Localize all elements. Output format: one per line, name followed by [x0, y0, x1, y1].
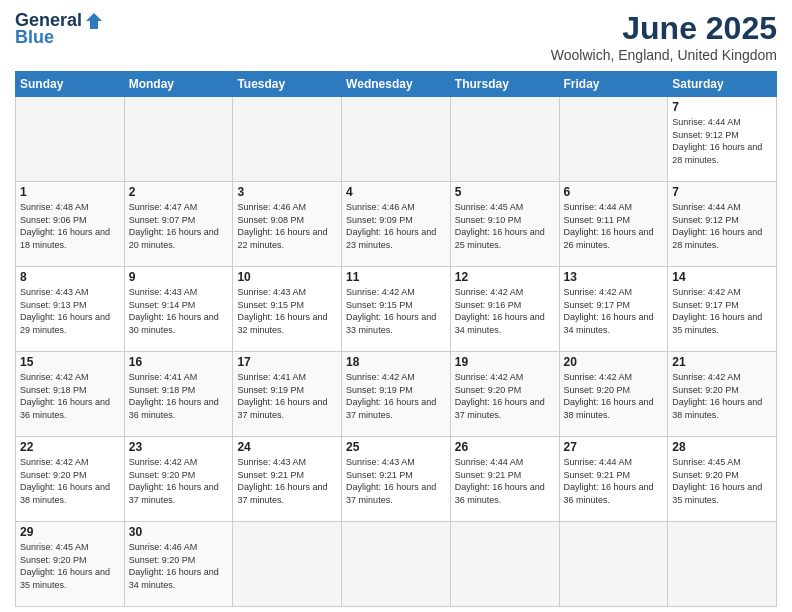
logo-icon: [84, 11, 104, 31]
empty-cell: [233, 522, 342, 607]
day-number: 15: [20, 355, 120, 369]
table-row: 21 Sunrise: 4:42 AMSunset: 9:20 PMDaylig…: [668, 352, 777, 437]
day-info: Sunrise: 4:42 AMSunset: 9:20 PMDaylight:…: [20, 456, 120, 506]
table-row: 1 Sunrise: 4:48 AMSunset: 9:06 PMDayligh…: [16, 182, 125, 267]
table-row: 4 Sunrise: 4:46 AMSunset: 9:09 PMDayligh…: [342, 182, 451, 267]
table-row: 1 Sunrise: 4:48 AMSunset: 9:06 PMDayligh…: [16, 182, 777, 267]
table-row: 13 Sunrise: 4:42 AMSunset: 9:17 PMDaylig…: [559, 267, 668, 352]
day-info: Sunrise: 4:44 AMSunset: 9:21 PMDaylight:…: [564, 456, 664, 506]
day-info: Sunrise: 4:42 AMSunset: 9:18 PMDaylight:…: [20, 371, 120, 421]
empty-cell: [559, 97, 668, 182]
day-number: 12: [455, 270, 555, 284]
month-title: June 2025: [551, 10, 777, 47]
table-row: 7 Sunrise: 4:44 AMSunset: 9:12 PMDayligh…: [16, 97, 777, 182]
table-row: 22 Sunrise: 4:42 AMSunset: 9:20 PMDaylig…: [16, 437, 777, 522]
day-number: 20: [564, 355, 664, 369]
logo: General Blue: [15, 10, 104, 48]
table-row: 18 Sunrise: 4:42 AMSunset: 9:19 PMDaylig…: [342, 352, 451, 437]
day-info: Sunrise: 4:42 AMSunset: 9:20 PMDaylight:…: [129, 456, 229, 506]
table-row: 15 Sunrise: 4:42 AMSunset: 9:18 PMDaylig…: [16, 352, 777, 437]
empty-cell: [342, 97, 451, 182]
day-number: 13: [564, 270, 664, 284]
day-info: Sunrise: 4:41 AMSunset: 9:19 PMDaylight:…: [237, 371, 337, 421]
table-row: 10 Sunrise: 4:43 AMSunset: 9:15 PMDaylig…: [233, 267, 342, 352]
day-number: 9: [129, 270, 229, 284]
day-number: 26: [455, 440, 555, 454]
day-number: 18: [346, 355, 446, 369]
table-row: 2 Sunrise: 4:47 AMSunset: 9:07 PMDayligh…: [124, 182, 233, 267]
table-row: 15 Sunrise: 4:42 AMSunset: 9:18 PMDaylig…: [16, 352, 125, 437]
table-row: 12 Sunrise: 4:42 AMSunset: 9:16 PMDaylig…: [450, 267, 559, 352]
day-info: Sunrise: 4:48 AMSunset: 9:06 PMDaylight:…: [20, 201, 120, 251]
day-number: 22: [20, 440, 120, 454]
day-number: 30: [129, 525, 229, 539]
table-row: 29 Sunrise: 4:45 AMSunset: 9:20 PMDaylig…: [16, 522, 125, 607]
day-info: Sunrise: 4:43 AMSunset: 9:13 PMDaylight:…: [20, 286, 120, 336]
day-number: 19: [455, 355, 555, 369]
table-row: 14 Sunrise: 4:42 AMSunset: 9:17 PMDaylig…: [668, 267, 777, 352]
day-number: 1: [20, 185, 120, 199]
day-info: Sunrise: 4:44 AMSunset: 9:12 PMDaylight:…: [672, 201, 772, 251]
location: Woolwich, England, United Kingdom: [551, 47, 777, 63]
logo-blue-text: Blue: [15, 27, 54, 48]
empty-cell: [342, 522, 451, 607]
col-monday: Monday: [124, 72, 233, 97]
day-info: Sunrise: 4:42 AMSunset: 9:19 PMDaylight:…: [346, 371, 446, 421]
table-row: 16 Sunrise: 4:41 AMSunset: 9:18 PMDaylig…: [124, 352, 233, 437]
day-info: Sunrise: 4:43 AMSunset: 9:21 PMDaylight:…: [237, 456, 337, 506]
col-saturday: Saturday: [668, 72, 777, 97]
day-number: 7: [672, 100, 772, 114]
day-number: 28: [672, 440, 772, 454]
empty-cell: [233, 97, 342, 182]
col-wednesday: Wednesday: [342, 72, 451, 97]
empty-cell: [450, 97, 559, 182]
day-info: Sunrise: 4:45 AMSunset: 9:20 PMDaylight:…: [672, 456, 772, 506]
table-row: 26 Sunrise: 4:44 AMSunset: 9:21 PMDaylig…: [450, 437, 559, 522]
empty-cell: [668, 522, 777, 607]
day-info: Sunrise: 4:42 AMSunset: 9:17 PMDaylight:…: [672, 286, 772, 336]
day-info: Sunrise: 4:42 AMSunset: 9:16 PMDaylight:…: [455, 286, 555, 336]
table-row: 11 Sunrise: 4:42 AMSunset: 9:15 PMDaylig…: [342, 267, 451, 352]
day-number: 29: [20, 525, 120, 539]
day-number: 10: [237, 270, 337, 284]
day-info: Sunrise: 4:42 AMSunset: 9:20 PMDaylight:…: [564, 371, 664, 421]
day-info: Sunrise: 4:45 AMSunset: 9:10 PMDaylight:…: [455, 201, 555, 251]
day-info: Sunrise: 4:42 AMSunset: 9:20 PMDaylight:…: [455, 371, 555, 421]
day-info: Sunrise: 4:45 AMSunset: 9:20 PMDaylight:…: [20, 541, 120, 591]
table-row: 9 Sunrise: 4:43 AMSunset: 9:14 PMDayligh…: [124, 267, 233, 352]
table-row: 22 Sunrise: 4:42 AMSunset: 9:20 PMDaylig…: [16, 437, 125, 522]
day-info: Sunrise: 4:42 AMSunset: 9:15 PMDaylight:…: [346, 286, 446, 336]
day-number: 27: [564, 440, 664, 454]
day-info: Sunrise: 4:44 AMSunset: 9:12 PMDaylight:…: [672, 116, 772, 166]
day-number: 16: [129, 355, 229, 369]
table-row: 20 Sunrise: 4:42 AMSunset: 9:20 PMDaylig…: [559, 352, 668, 437]
table-row: 7 Sunrise: 4:44 AMSunset: 9:12 PMDayligh…: [668, 182, 777, 267]
day-info: Sunrise: 4:42 AMSunset: 9:17 PMDaylight:…: [564, 286, 664, 336]
day-info: Sunrise: 4:43 AMSunset: 9:21 PMDaylight:…: [346, 456, 446, 506]
day-info: Sunrise: 4:47 AMSunset: 9:07 PMDaylight:…: [129, 201, 229, 251]
day-info: Sunrise: 4:41 AMSunset: 9:18 PMDaylight:…: [129, 371, 229, 421]
col-friday: Friday: [559, 72, 668, 97]
col-thursday: Thursday: [450, 72, 559, 97]
empty-cell: [124, 97, 233, 182]
table-row: 23 Sunrise: 4:42 AMSunset: 9:20 PMDaylig…: [124, 437, 233, 522]
table-row: 19 Sunrise: 4:42 AMSunset: 9:20 PMDaylig…: [450, 352, 559, 437]
empty-cell: [559, 522, 668, 607]
day-number: 17: [237, 355, 337, 369]
calendar-header-row: Sunday Monday Tuesday Wednesday Thursday…: [16, 72, 777, 97]
day-number: 4: [346, 185, 446, 199]
svg-marker-0: [86, 13, 102, 29]
empty-cell: [16, 97, 125, 182]
day-number: 21: [672, 355, 772, 369]
day-info: Sunrise: 4:44 AMSunset: 9:11 PMDaylight:…: [564, 201, 664, 251]
table-row: 3 Sunrise: 4:46 AMSunset: 9:08 PMDayligh…: [233, 182, 342, 267]
table-row: 30 Sunrise: 4:46 AMSunset: 9:20 PMDaylig…: [124, 522, 233, 607]
title-area: June 2025 Woolwich, England, United King…: [551, 10, 777, 63]
day-info: Sunrise: 4:43 AMSunset: 9:14 PMDaylight:…: [129, 286, 229, 336]
day-info: Sunrise: 4:46 AMSunset: 9:08 PMDaylight:…: [237, 201, 337, 251]
table-row: 27 Sunrise: 4:44 AMSunset: 9:21 PMDaylig…: [559, 437, 668, 522]
table-row: 25 Sunrise: 4:43 AMSunset: 9:21 PMDaylig…: [342, 437, 451, 522]
day-number: 7: [672, 185, 772, 199]
empty-cell: [450, 522, 559, 607]
col-tuesday: Tuesday: [233, 72, 342, 97]
